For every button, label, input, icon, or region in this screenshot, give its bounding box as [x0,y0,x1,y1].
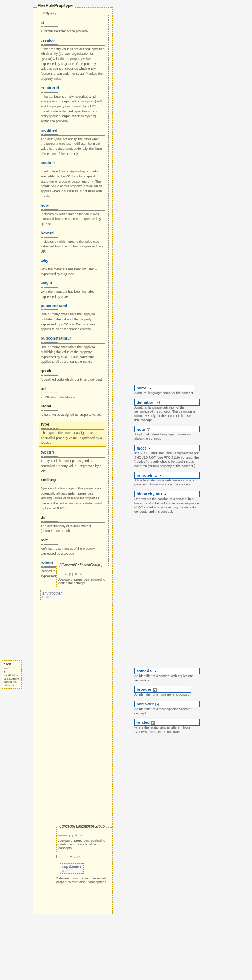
attr-type-desc: The type of the concept assigned as cont… [41,431,102,444]
attr-uri-name: uri [41,387,105,391]
right-item-sameas: sameAs ■ An identifier of a concept with… [134,668,247,682]
right-item-remoteinfo-desc: A link to an item or a web resource whic… [134,479,200,487]
right-item-hierarchyinfo-desc: Represents the position of a concept in … [134,497,200,514]
attr-creator-underline: ▬▬▬▬▬▬ [41,43,105,46]
attr-creatoruri-underline: ▬▬▬▬▬▬ [41,90,105,93]
attr-dir: dir ▬▬▬▬▬▬ The directionality of textual… [39,514,106,535]
attr-id-desc: A formal identifier of the property. [41,29,89,33]
attr-uri-underline: ▬▬▬▬▬▬ [41,391,105,394]
attr-pubconstrainturi-desc: One or many constraints that apply to pu… [41,345,95,364]
attr-role-name: role [41,538,105,542]
definition-icon: ■ [156,401,160,404]
right-item-facet-label: facet [137,446,146,450]
attr-type-name: type [41,422,104,426]
attr-custom-underline: ▬▬▬▬▬▬ [41,165,105,168]
attr-creator: creator ▬▬▬▬▬▬ If the property value is … [39,37,106,82]
attr-creatoruri-name: creatoruri [41,86,105,90]
area-box-title: area [4,662,20,666]
right-item-definition-label: definition [137,400,155,404]
attr-creatoruri-desc: If the attribute is empty, specifies whi… [41,95,102,123]
attr-pubconstraint-desc: One or many constraints that apply to pu… [41,312,99,331]
any-other-bottom-container: any ##other 0...∞ Extension point for ve… [56,861,113,884]
right-item-remoteinfo: remoteInfo ■ A link to an item or a web … [134,472,247,487]
right-item-narrower-label: narrower [137,702,153,706]
right-item-definition: definition ■ A natural language definiti… [134,399,247,423]
hierarchyinfo-icon: ■ [164,493,167,496]
right-item-note-label: note [137,427,145,431]
right-item-remoteinfo-label: remoteInfo [137,473,157,477]
area-box-desc: A subdivision of a country part of the a… [4,670,20,687]
attr-id-name: id [41,20,105,25]
related-icon: ■ [152,721,155,725]
attributes-box: attributes id ▬▬▬▬▬▬ A formal identifier… [37,15,108,584]
concept-def-title: { ConceptDefinitionGroup } [59,563,103,567]
attr-howuri-desc: Indicates by which means the value was e… [41,240,104,253]
attributes-box-title: attributes [40,12,56,16]
attr-qcode-desc: A qualified code which identifies a conc… [41,378,103,381]
attr-uri-desc: a URI which identifies a [41,396,75,399]
concept-def-multiplicity1: ——● [59,572,67,576]
concept-rel-conn-mult: 0...∞ [73,855,80,859]
concept-rel-box: ConceptRelationshipsGroup ——● [1] 0...∞ … [56,827,113,852]
right-item-related: related ■ where the relationship is diff… [134,719,247,734]
right-item-facet: facet ■ In NAR 1.8 and later, facet is d… [134,445,247,468]
attr-xmllang-underline: ▬▬▬▬▬▬ [41,482,105,485]
attr-qcode-name: qcode [41,369,105,373]
concept-rel-bracket-icon: [1] [69,833,73,837]
right-item-facet-desc: In NAR 1.8 and later, facet is deprecate… [134,451,200,468]
broader-icon: ■ [153,688,156,692]
right-panel-top: name ■ A natural language name for the c… [134,385,247,518]
attr-pubconstraint-underline: ▬▬▬▬▬▬ [41,308,105,311]
attr-why-name: why [41,258,105,262]
attr-why-desc: Why the metadata has been included - exp… [41,267,97,276]
attr-id: id ▬▬▬▬▬▬ A formal identifier of the pro… [39,19,106,35]
attr-modified-underline: ▬▬▬▬▬▬ [41,133,105,136]
right-item-hierarchyinfo: hierarchyInfo ■ Represents the position … [134,490,247,514]
attr-qcode-underline: ▬▬▬▬▬▬ [41,373,105,376]
concept-rel-multiplicity2: 0...∞ [75,834,82,837]
area-box-sub: 0...∞ [4,666,20,670]
attr-xmllang: xmllang ▬▬▬▬▬▬ Specifies the language of… [39,476,106,512]
attr-howuri: howuri ▬▬▬▬▬▬ Indicates by which means t… [39,230,106,255]
attr-dir-underline: ▬▬▬▬▬▬ [41,520,105,523]
attr-how-underline: ▬▬▬▬▬▬ [41,208,105,211]
facet-icon: ■ [148,447,151,450]
attr-whyuri: whyuri ▬▬▬▬▬▬ Why the metadata has been … [39,280,106,300]
right-box-name: name ■ [134,385,194,391]
concept-rel-conn-box [56,855,62,859]
attr-why-underline: ▬▬▬▬▬▬ [41,263,105,266]
concept-rel-desc: A group of properties required to relate… [59,839,110,850]
attr-literal-underline: ▬▬▬▬▬▬ [41,409,105,412]
attr-dir-name: dir [41,515,105,520]
main-container: FlexRolePropType attributes id ▬▬▬▬▬▬ A … [0,0,252,918]
right-item-broader-label: broader [137,687,152,692]
right-box-definition: definition ■ [134,399,200,406]
any-other-label: any ##other [43,592,62,595]
attr-custom-desc: If set to true the corresponding propert… [41,169,102,198]
attr-creator-desc: If the property value is not defined, sp… [41,47,105,81]
right-panel-bottom: sameAs ■ An identifier of a concept with… [134,668,247,738]
right-item-narrower-desc: An identifier of a more specific ancesto… [134,707,200,716]
right-item-sameas-desc: An identifier of a concept with equivale… [134,674,200,682]
attr-literal: literal ▬▬▬▬▬▬ A literal value assigned … [39,403,106,418]
right-item-name-desc: A natural language name for the concept. [134,391,194,396]
attr-howuri-name: howuri [41,231,105,235]
attr-custom-name: custom [41,161,105,165]
sameas-icon: ■ [153,670,157,673]
attr-typeuri-underline: ▬▬▬▬▬▬ [41,455,105,458]
attr-typeuri: typeuri ▬▬▬▬▬▬ The type of the concept a… [39,449,106,474]
note-icon: ■ [147,428,150,431]
attr-how: how ▬▬▬▬▬▬ Indicates by which means the … [39,202,106,228]
area-box: area 0...∞ A subdivision of a country pa… [2,660,22,689]
any-other-bottom-desc: Extension point for vendor-defined prope… [56,877,113,884]
right-item-name-label: name [137,386,147,390]
attr-modified: modified ▬▬▬▬▬▬ The date (and, optionall… [39,127,106,158]
attr-qcode: qcode ▬▬▬▬▬▬ A qualified code which iden… [39,368,106,383]
concept-rel-connector: ——● 0...∞ [56,855,113,859]
right-box-facet: facet ■ [134,445,200,451]
right-item-note-desc: A optional natural language information … [134,433,200,441]
attr-whyuri-name: whyuri [41,281,105,285]
any-other-sub: 0...∞ [43,595,62,599]
right-box-note: note ■ [134,426,200,433]
flex-role-prop-type-box: FlexRolePropType attributes id ▬▬▬▬▬▬ A … [33,7,113,914]
